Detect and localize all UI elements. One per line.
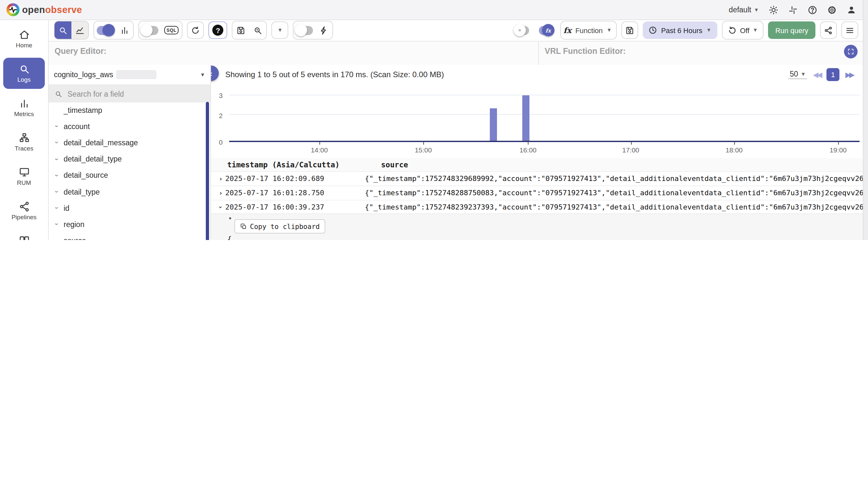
y-axis-labels: 320 — [211, 95, 228, 142]
histogram-toggle[interactable] — [97, 26, 114, 35]
time-range-select[interactable]: Past 6 Hours ▼ — [643, 22, 717, 39]
field-item[interactable]: › id — [49, 200, 210, 216]
table-row[interactable]: 2025-07-17 16:01:28.750 {"_timestamp":17… — [211, 185, 864, 200]
sidebar-item[interactable]: Home — [3, 23, 45, 55]
chevron-down-icon[interactable]: › — [54, 156, 61, 162]
row-expand-caret[interactable] — [217, 203, 224, 212]
chevron-down-icon[interactable]: › — [54, 205, 61, 211]
field-search-input[interactable] — [66, 89, 179, 98]
sidebar-item-icon — [19, 201, 30, 212]
collapse-fields-button[interactable]: ‹ — [211, 66, 219, 81]
row-expand-caret[interactable] — [216, 190, 225, 197]
lightning-icon — [320, 26, 329, 35]
sql-mode-button[interactable]: SQL — [161, 22, 182, 39]
field-item[interactable]: › detail_source — [49, 167, 210, 183]
fx-icon: fx — [563, 26, 571, 35]
current-page-button[interactable]: 1 — [827, 68, 839, 81]
function-editor-toggle[interactable]: fx — [539, 26, 553, 35]
refresh-interval-select[interactable]: Off ▼ — [722, 21, 764, 40]
chevron-down-icon[interactable]: › — [54, 172, 61, 179]
histogram-bar[interactable] — [523, 95, 530, 141]
sidebar-item[interactable]: Dashboards — [3, 230, 45, 240]
sidebar-item[interactable]: RUM — [3, 161, 45, 192]
chevron-down-icon[interactable]: › — [54, 237, 61, 240]
wrap-lines-toggle[interactable]: ≡ — [515, 26, 529, 35]
help-icon[interactable] — [808, 5, 817, 14]
gridline — [229, 114, 860, 115]
more-menu-button[interactable] — [841, 22, 858, 39]
row-expand-caret[interactable] — [216, 175, 225, 182]
first-page-arrows[interactable]: ◀◀ — [813, 70, 820, 79]
settings-icon[interactable] — [827, 5, 837, 14]
saved-views-dropdown[interactable]: ▼ — [272, 22, 288, 39]
chevron-down-icon[interactable]: › — [54, 123, 61, 130]
field-name: detail_type — [64, 188, 100, 196]
sidebar-item-label: Metrics — [14, 111, 34, 117]
reset-filters-button[interactable] — [187, 22, 204, 39]
row-timestamp: 2025-07-17 16:00:39.237 — [225, 203, 365, 211]
run-query-button[interactable]: Run query — [768, 22, 815, 39]
search-icon — [55, 90, 62, 98]
sidebar-item[interactable]: Metrics — [3, 92, 45, 123]
column-source[interactable]: source — [381, 160, 408, 169]
y-tick-label: 3 — [219, 92, 223, 99]
field-list-scrollbar[interactable] — [206, 102, 209, 240]
quick-mode-toggle[interactable] — [297, 26, 313, 35]
table-row[interactable]: 2025-07-17 16:02:09.689 {"_timestamp":17… — [211, 171, 864, 185]
chevron-down-icon[interactable]: › — [54, 188, 61, 195]
field-item[interactable]: › detail_detail_type — [49, 151, 210, 167]
histogram-button[interactable] — [116, 22, 133, 39]
chevron-down-icon[interactable]: › — [54, 139, 61, 146]
chevron-down-icon: ▼ — [607, 27, 614, 33]
sidebar-item-label: Pipelines — [11, 214, 36, 220]
field-item[interactable]: › account — [49, 118, 210, 134]
slack-icon[interactable] — [788, 5, 798, 14]
field-item[interactable]: › _timestamp — [49, 102, 210, 118]
quick-mode-button[interactable] — [316, 22, 333, 39]
fullscreen-button[interactable] — [844, 45, 858, 58]
user-avatar-icon[interactable] — [846, 5, 856, 14]
histogram-plot[interactable] — [229, 95, 860, 142]
sidebar-item[interactable]: Pipelines — [3, 195, 45, 227]
save-function-button[interactable] — [622, 22, 639, 39]
histogram-bar[interactable] — [490, 108, 497, 141]
chevron-down-icon: ▼ — [753, 27, 758, 33]
detail-bullet — [229, 217, 231, 219]
field-name: id — [64, 204, 69, 212]
field-item[interactable]: › source — [49, 233, 210, 240]
copy-to-clipboard-button[interactable]: Copy to clipboard — [235, 219, 326, 234]
sidebar-item-icon — [19, 29, 30, 40]
expand-icon — [847, 48, 855, 55]
field-name: source — [64, 237, 86, 240]
table-body: 2025-07-17 16:02:09.689 {"_timestamp":17… — [211, 171, 864, 214]
window-scrollbar[interactable] — [863, 0, 868, 240]
search-mode-button[interactable] — [55, 22, 71, 39]
field-name: detail_detail_type — [64, 155, 122, 163]
save-search-button[interactable] — [233, 22, 250, 39]
field-item[interactable]: › detail_detail_message — [49, 135, 210, 151]
vrl-function-editor[interactable]: VRL Function Editor: — [539, 41, 864, 65]
sidebar-item-icon — [19, 167, 30, 178]
last-page-arrows[interactable]: ▶▶ — [845, 70, 853, 79]
sidebar-item[interactable]: Traces — [3, 127, 45, 158]
query-editor[interactable]: Query Editor: — [49, 41, 539, 65]
query-help-button[interactable]: ? — [209, 22, 227, 39]
visualize-mode-button[interactable] — [71, 22, 88, 39]
org-selector[interactable]: default▼ — [729, 6, 759, 13]
page-size-select[interactable]: 50▼ — [788, 70, 807, 79]
field-item[interactable]: › detail_type — [49, 183, 210, 200]
table-row[interactable]: 2025-07-17 16:00:39.237 {"_timestamp":17… — [211, 200, 864, 214]
line-chart-icon — [75, 26, 84, 35]
sidebar-item[interactable]: Logs — [3, 58, 45, 89]
chevron-down-icon[interactable]: › — [54, 221, 61, 228]
sql-mode-toggle[interactable] — [142, 26, 158, 35]
saved-views-button[interactable] — [250, 22, 267, 39]
function-select[interactable]: fx Function ▼ — [560, 21, 617, 40]
field-item[interactable]: › region — [49, 216, 210, 233]
column-timestamp[interactable]: timestamp (Asia/Calcutta) — [211, 160, 381, 169]
theme-toggle-icon[interactable] — [769, 5, 778, 14]
share-link-button[interactable] — [820, 22, 837, 39]
stream-select[interactable]: cognito_logs_aws ▼ — [49, 65, 210, 85]
x-tick-label: 18:00 — [725, 146, 743, 154]
field-name: detail_detail_message — [64, 139, 138, 147]
